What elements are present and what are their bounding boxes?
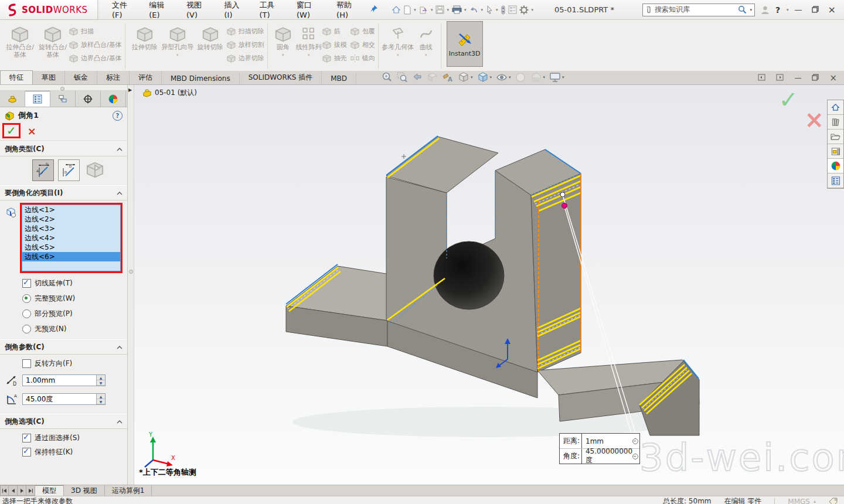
tab-sheet-metal[interactable]: 钣金	[65, 71, 97, 84]
edge-list-item[interactable]: 边线<5>	[22, 243, 120, 252]
previous-view-icon[interactable]	[411, 71, 423, 83]
callout-distance-knob[interactable]	[632, 438, 638, 444]
taskpane-file-explorer-icon[interactable]	[828, 130, 843, 144]
distance-input[interactable]	[23, 376, 96, 384]
edge-list-item[interactable]: 边线<4>	[22, 233, 120, 243]
part-body[interactable]	[286, 137, 699, 435]
hole-wizard-button[interactable]: 异型孔向导 ▾	[161, 22, 194, 57]
reference-geometry-caret[interactable]: ▾	[397, 53, 399, 57]
save-icon[interactable]	[435, 4, 445, 15]
extrude-boss-button[interactable]: 拉伸凸台/基体	[4, 22, 36, 59]
tab-addins[interactable]: SOLIDWORKS 插件	[240, 71, 322, 84]
select-through-faces-row[interactable]: 通过面选择(S)	[22, 433, 127, 443]
bore-hole[interactable]	[434, 241, 504, 309]
home-icon[interactable]	[391, 4, 401, 16]
revolve-cut-button[interactable]: 旋转切除	[194, 22, 227, 52]
taskpane-custom-properties-icon[interactable]	[828, 173, 843, 188]
tab-features[interactable]: 特征	[0, 70, 33, 84]
menu-view[interactable]: 视图(V)	[181, 0, 216, 22]
loft-button[interactable]: 放样凸台/基体	[69, 38, 122, 52]
intersect-button[interactable]: 相交	[350, 38, 375, 52]
confirm-cancel-watermark-icon[interactable]: ×	[804, 106, 824, 133]
mirror-button[interactable]: 镜向	[350, 52, 375, 65]
rib-button[interactable]: 筋	[322, 25, 347, 38]
shell-button[interactable]: 抽壳	[322, 52, 347, 65]
view-orientation-icon[interactable]: ▾	[457, 71, 473, 83]
graphics-area[interactable]: 3d-wei.com	[134, 85, 844, 485]
edge-list-item[interactable]: 边线<3>	[22, 224, 120, 233]
distance-distance-type-button[interactable]: DD	[58, 159, 80, 181]
units-selector[interactable]: MMGS▴	[788, 498, 816, 504]
loft-cut-button[interactable]: 放样切割	[227, 38, 264, 52]
close-button[interactable]: ×	[828, 5, 836, 15]
undo-icon[interactable]	[468, 5, 479, 15]
vertex-chamfer-icon[interactable]	[86, 161, 104, 180]
options-gear-icon[interactable]	[519, 4, 529, 16]
model-viewport[interactable]: 3d-wei.com	[134, 85, 844, 485]
select-cursor-icon[interactable]	[485, 4, 494, 15]
pin-menu-icon[interactable]	[370, 5, 378, 15]
view-settings-icon[interactable]: ▾	[549, 71, 564, 83]
full-preview-radio[interactable]	[22, 294, 31, 303]
taskpane-home-icon[interactable]	[828, 100, 843, 115]
tab-property-manager[interactable]	[25, 91, 50, 107]
tab-scroll-last-icon[interactable]	[26, 485, 35, 496]
doc-close-icon[interactable]: ×	[829, 73, 837, 83]
callout-angle-value[interactable]: 45.00000000度	[582, 447, 639, 465]
tab-sketch[interactable]: 草图	[33, 71, 65, 84]
no-preview-radio[interactable]	[22, 325, 31, 333]
taskpane-design-library-icon[interactable]	[828, 115, 843, 130]
curves-button[interactable]: 曲线 ▾	[414, 22, 438, 57]
chamfer-type-header[interactable]: 倒角类型(C)	[0, 141, 127, 156]
angle-drag-handle[interactable]	[562, 203, 567, 209]
edge-list-item[interactable]: 边线<1>	[22, 205, 120, 214]
no-preview-row[interactable]: 无预览(N)	[22, 324, 127, 334]
help-caret[interactable]: ▾	[787, 8, 789, 12]
tab-configurations[interactable]	[50, 91, 76, 107]
flip-direction-row[interactable]: 反转方向(F)	[22, 359, 127, 369]
angle-input[interactable]	[23, 395, 96, 403]
cancel-button[interactable]: ×	[28, 125, 36, 137]
collapse-left-pane-icon[interactable]	[758, 74, 765, 83]
ok-button[interactable]: ✓	[6, 124, 16, 138]
search-icon[interactable]	[738, 5, 747, 14]
sweep-cut-button[interactable]: 扫描切除	[227, 25, 264, 38]
flip-direction-checkbox[interactable]	[22, 359, 31, 368]
confirm-ok-watermark-icon[interactable]: ✓	[778, 86, 798, 113]
keep-features-checkbox[interactable]	[22, 448, 31, 457]
open-document-icon[interactable]	[418, 4, 429, 16]
print-icon[interactable]	[451, 4, 462, 15]
boundary-cut-button[interactable]: 边界切除	[227, 52, 264, 65]
panel-expand-arrow-icon[interactable]: ▶	[128, 87, 132, 93]
menu-file[interactable]: 文件(F)	[106, 0, 141, 22]
chamfer-options-header[interactable]: 倒角选项(C)	[0, 414, 127, 429]
new-document-icon[interactable]	[403, 4, 412, 16]
partial-preview-radio[interactable]	[22, 309, 31, 318]
tab-scroll-next-icon[interactable]	[18, 485, 26, 496]
tag-icon[interactable]	[829, 498, 838, 504]
chamfer-parameters-header[interactable]: 倒角参数(C)	[0, 339, 127, 355]
callout-angle-knob[interactable]	[632, 454, 638, 459]
instant3d-button[interactable]: Instant3D	[447, 21, 483, 67]
edge-list-item[interactable]: 边线<2>	[22, 214, 120, 224]
minimize-button[interactable]: —	[795, 6, 802, 13]
select-through-faces-checkbox[interactable]	[22, 434, 31, 442]
tab-scroll-first-icon[interactable]	[0, 485, 9, 496]
tab-appearances[interactable]	[101, 91, 126, 107]
selection-filter-icon[interactable]	[500, 4, 506, 16]
doc-minimize-icon[interactable]: —	[794, 74, 801, 82]
collapse-right-pane-icon[interactable]	[776, 74, 784, 83]
knowledge-search-box[interactable]: 搜索知识库 ▾	[642, 4, 755, 16]
panel-splitter[interactable]: ▶	[128, 85, 134, 485]
edge-list[interactable]: 边线<1> 边线<2> 边线<3> 边线<4> 边线<5> 边线<6>	[22, 205, 121, 271]
tab-evaluate[interactable]: 评估	[130, 71, 162, 84]
zoom-fit-icon[interactable]	[381, 71, 393, 83]
display-style-icon[interactable]: ▾	[477, 71, 492, 83]
keep-features-row[interactable]: 保持特征(K)	[22, 447, 127, 457]
restore-button[interactable]	[812, 6, 819, 14]
angle-distance-type-button[interactable]: DA	[32, 159, 54, 181]
sweep-button[interactable]: 扫描	[69, 25, 122, 38]
full-preview-row[interactable]: 完整预览(W)	[22, 294, 127, 304]
tab-mbd-dimensions[interactable]: MBD Dimensions	[162, 73, 240, 84]
model-tab[interactable]: 模型	[35, 485, 64, 496]
